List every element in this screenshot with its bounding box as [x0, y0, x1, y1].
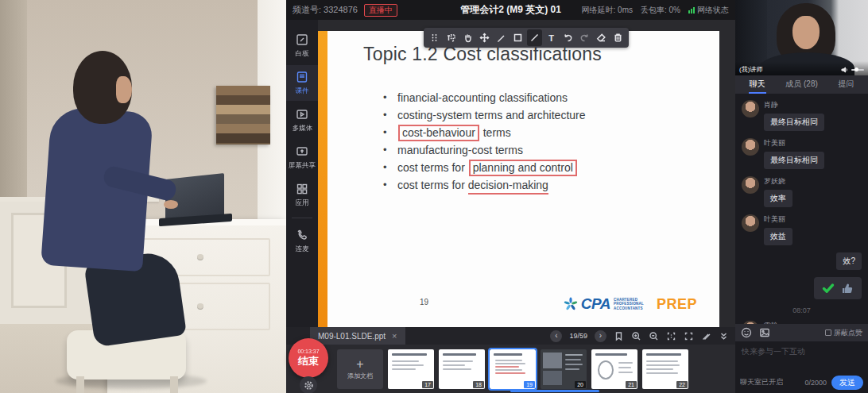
gear-icon — [304, 380, 314, 391]
class-timer: 00:13:37 — [297, 349, 319, 354]
avatar — [742, 100, 759, 118]
whiteboard-icon — [296, 33, 308, 46]
cpa-star-icon — [564, 297, 578, 311]
toolbar-drag-handle[interactable] — [427, 29, 442, 46]
volume-control[interactable] — [841, 66, 864, 74]
chat-message: 肖静 最终目标相同 — [742, 100, 862, 131]
pen-tool[interactable] — [494, 29, 509, 46]
checkbox-icon — [825, 329, 831, 336]
chat-input-field[interactable] — [735, 341, 868, 372]
avatar — [742, 138, 759, 156]
bullet-item: cost-behaviour terms — [383, 125, 586, 142]
instructor-room-photo — [0, 0, 286, 393]
channel-number: 频道号: 3324876 — [293, 4, 358, 16]
sidebar-item-screenshare[interactable]: 屏幕共享 — [286, 140, 318, 175]
slide-page-number: 19 — [420, 298, 428, 306]
slide-thumbnail-21[interactable]: 21 — [591, 349, 637, 389]
own-message: 效? — [742, 252, 862, 270]
filmstrip-scrollbar[interactable] — [510, 390, 599, 392]
select-tool[interactable] — [444, 29, 459, 46]
settings-button[interactable] — [300, 376, 317, 393]
chat-message-list[interactable]: 肖静 最终目标相同 叶美丽 最终目标相同 罗妖娆 效率 — [735, 94, 868, 324]
hand-tool[interactable] — [460, 29, 475, 46]
message-bubble: 效率 — [764, 190, 792, 207]
fit-ratio-icon[interactable] — [666, 331, 676, 341]
teacher-webcam: (我)讲师 — [735, 0, 868, 75]
add-document-button[interactable]: + 添加文档 — [337, 349, 383, 389]
chat-input-toolbar: 屏蔽点赞 — [735, 324, 868, 341]
image-upload-icon[interactable] — [759, 327, 770, 338]
slide-thumbnail-18[interactable]: 18 — [439, 349, 485, 389]
top-status-bar: 频道号: 3324876 直播中 管理会计2 (M9 英文) 01 网络延时: … — [286, 0, 735, 20]
sender-name: 叶美丽 — [764, 138, 785, 148]
bookmark-icon[interactable] — [614, 331, 624, 341]
courseware-icon — [296, 71, 308, 83]
bullet-item: manufacturing-cost terms — [383, 142, 586, 160]
prep-logo-text: PREP — [657, 296, 697, 313]
zoom-in-icon[interactable] — [631, 331, 641, 341]
slide-thumbnail-22[interactable]: 22 — [642, 349, 688, 389]
clear-trash-button[interactable] — [610, 29, 626, 46]
close-tab-icon[interactable]: × — [392, 331, 397, 341]
open-document-tab[interactable]: M09-L01.SLDE.ppt × — [310, 327, 405, 345]
chat-tab-bar: 聊天 成员 (28) 提问 — [735, 75, 868, 94]
send-button[interactable]: 发送 — [831, 376, 863, 390]
slide-accent-stripe — [318, 31, 327, 327]
slide-stage: Topic 1.2 Cost classifications financial… — [318, 20, 735, 327]
chat-timestamp: 08:07 — [742, 306, 862, 314]
sidebar-divider — [292, 218, 312, 218]
chat-input-area — [735, 341, 868, 372]
tool-sidebar: 白板 课件 多媒体 屏幕共享 应用 — [286, 20, 318, 327]
collapse-chevrons-icon[interactable] — [719, 331, 729, 341]
prev-page-button[interactable]: ‹ — [550, 330, 562, 342]
chat-message: 叶美丽 最终目标相同 — [742, 138, 862, 169]
undo-button[interactable] — [560, 29, 575, 46]
plus-icon: + — [356, 358, 363, 371]
move-tool[interactable] — [477, 29, 492, 46]
zoom-out-icon[interactable] — [649, 331, 659, 341]
emoji-icon[interactable] — [741, 327, 752, 338]
slide-canvas: Topic 1.2 Cost classifications financial… — [327, 31, 719, 327]
sidebar-item-whiteboard[interactable]: 白板 — [286, 28, 318, 64]
chatroom-status: 聊天室已开启 — [740, 377, 783, 387]
apps-grid-icon — [296, 183, 308, 195]
next-page-button[interactable]: › — [595, 330, 606, 342]
tab-questions[interactable]: 提问 — [823, 75, 868, 94]
eraser-tool[interactable] — [594, 29, 609, 46]
slide-thumbnail-17[interactable]: 17 — [388, 349, 434, 389]
sidebar-item-apps[interactable]: 应用 — [286, 177, 318, 213]
text-tool[interactable]: T — [544, 29, 559, 46]
end-class-button[interactable]: 00:13:37 结束 — [289, 338, 328, 378]
shape-tool[interactable] — [510, 29, 525, 46]
speaker-icon — [841, 66, 849, 74]
sender-name: 肖静 — [764, 100, 778, 110]
network-latency: 网络延时: 0ms — [582, 5, 633, 16]
sender-name: 叶美丽 — [764, 214, 785, 225]
bullet-item: cost terms for decision-making — [383, 177, 586, 195]
slide-thumbnail-19-current[interactable]: 19 — [490, 349, 536, 389]
bullet-item: costing-system terms and architecture — [383, 107, 586, 125]
cpa-logo-text: CPA — [581, 295, 610, 313]
avatar — [742, 176, 759, 194]
char-counter: 0/2000 — [804, 379, 827, 387]
sidebar-item-call[interactable]: 连麦 — [286, 223, 318, 259]
red-annotation-box: planning and control — [469, 160, 577, 176]
sidebar-item-multimedia[interactable]: 多媒体 — [286, 102, 318, 138]
volume-slider[interactable] — [851, 69, 864, 71]
redo-button[interactable] — [577, 29, 592, 46]
line-tool[interactable] — [527, 29, 542, 46]
annotate-toggle-icon[interactable] — [701, 331, 711, 341]
slide-bullet-list: financial-accounting classifications cos… — [383, 90, 586, 195]
cpa-prep-logo: CPA CHARTERED PROFESSIONAL ACCOUNTANTS P… — [564, 295, 697, 313]
sidebar-item-courseware[interactable]: 课件 — [286, 65, 318, 101]
red-annotation-box: cost-behaviour — [398, 125, 479, 141]
tab-chat[interactable]: 聊天 — [735, 75, 780, 94]
bullet-item: cost terms for planning and control — [383, 160, 586, 177]
slide-filmstrip: + 添加文档 17 18 — [286, 345, 735, 393]
tab-members[interactable]: 成员 (28) — [780, 75, 824, 94]
chat-message: 罗妖娆 效率 — [742, 176, 862, 207]
bullet-item: financial-accounting classifications — [383, 90, 586, 107]
fullscreen-icon[interactable] — [684, 331, 694, 341]
hide-likes-checkbox[interactable]: 屏蔽点赞 — [825, 328, 862, 338]
slide-thumbnail-20[interactable]: 20 — [541, 349, 587, 389]
